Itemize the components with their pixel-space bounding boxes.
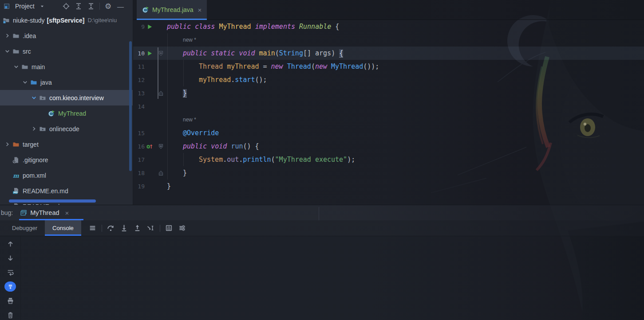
expand-all-icon[interactable] bbox=[73, 1, 84, 12]
code-line-14: 14 bbox=[133, 100, 644, 113]
tab-console[interactable]: Console bbox=[45, 220, 81, 236]
filter-icon[interactable] bbox=[176, 222, 189, 234]
editor-tab-mythread-java[interactable]: MyThread.java × bbox=[137, 0, 207, 20]
code-text: public void run() { bbox=[167, 142, 259, 150]
code-line-15: 15@Override bbox=[133, 126, 644, 140]
run-line-icon[interactable] bbox=[145, 51, 154, 56]
folder-icon bbox=[12, 47, 20, 55]
locate-icon[interactable] bbox=[60, 1, 72, 12]
console-output[interactable] bbox=[21, 236, 644, 320]
overriding-method-icon[interactable] bbox=[145, 143, 154, 150]
project-root-badge: [sftpService] bbox=[47, 17, 85, 24]
project-horizontal-scrollbar[interactable] bbox=[9, 199, 96, 203]
tree-item-target[interactable]: target bbox=[0, 137, 133, 152]
inlay-hint: new * bbox=[183, 117, 196, 123]
line-number: 17 bbox=[133, 156, 145, 163]
clear-icon[interactable] bbox=[4, 310, 16, 320]
folder-excluded-icon bbox=[12, 140, 20, 148]
code-line-17: 17System.out.println("MyThread execute")… bbox=[133, 153, 644, 166]
tree-item-gitignore[interactable]: .gitignore bbox=[0, 152, 133, 168]
fold-marker-icon[interactable] bbox=[154, 51, 167, 56]
tab-debugger[interactable]: Debugger bbox=[12, 220, 37, 236]
chevron-spacer bbox=[3, 156, 11, 164]
code-line-19: 19} bbox=[133, 180, 644, 193]
debug-header: bug: MyThread × bbox=[0, 205, 644, 220]
settings-icon[interactable]: ⚙ bbox=[103, 1, 114, 12]
project-view-title[interactable]: Project bbox=[15, 3, 35, 10]
arrow-down-icon[interactable] bbox=[4, 253, 16, 263]
line-number: 14 bbox=[133, 103, 145, 110]
more-icon[interactable] bbox=[87, 222, 99, 234]
tree-item-src[interactable]: src bbox=[0, 43, 133, 59]
fold-marker-icon[interactable] bbox=[154, 144, 167, 149]
tree-item-idea[interactable]: .idea bbox=[0, 28, 133, 43]
tree-item-com-kieoo-interview[interactable]: com.kieoo.interview bbox=[0, 90, 133, 105]
chevron-down-icon[interactable] bbox=[30, 94, 38, 102]
soft-wrap-icon[interactable] bbox=[4, 267, 16, 277]
tree-item-pom-xml[interactable]: mpom.xml bbox=[0, 168, 133, 183]
chevron-right-icon[interactable] bbox=[3, 32, 11, 40]
line-number: 13 bbox=[133, 90, 145, 97]
package-icon bbox=[39, 94, 46, 101]
close-icon[interactable]: × bbox=[198, 6, 202, 14]
markdown-icon: MD bbox=[12, 187, 20, 195]
tree-item-label: README.en.md bbox=[23, 187, 68, 195]
tree-item-onlinecode[interactable]: onlinecode bbox=[0, 121, 133, 137]
caret-down-icon[interactable] bbox=[36, 1, 48, 12]
run-to-cursor-icon[interactable] bbox=[145, 222, 157, 234]
code-line-13: 13} bbox=[133, 86, 644, 100]
tree-item-main[interactable]: main bbox=[0, 59, 133, 74]
tree-item-label: com.kieoo.interview bbox=[49, 94, 104, 101]
root-folder-icon bbox=[2, 16, 10, 24]
scroll-to-end-icon[interactable] bbox=[4, 281, 16, 292]
package-icon bbox=[39, 125, 46, 133]
debug-tool-window: bug: MyThread × Debugger Console bbox=[0, 205, 644, 320]
code-text: } bbox=[167, 89, 187, 97]
tree-item-label: src bbox=[23, 48, 31, 55]
fold-marker-icon[interactable] bbox=[154, 170, 167, 176]
chevron-spacer bbox=[3, 172, 11, 180]
chevron-down-icon[interactable] bbox=[12, 63, 20, 71]
code-text: myThread.start(); bbox=[167, 76, 267, 84]
project-vertical-scrollbar[interactable] bbox=[129, 41, 132, 171]
active-view-tab-underline bbox=[45, 234, 81, 236]
header-divider bbox=[319, 207, 319, 220]
project-tree: .ideasrcmainjavacom.kieoo.interviewMyThr… bbox=[0, 28, 133, 205]
svg-text:m: m bbox=[13, 172, 19, 179]
ignored-file-icon bbox=[12, 156, 20, 164]
code-line-11: 11Thread myThread = new Thread(new MyThr… bbox=[133, 60, 644, 73]
print-icon[interactable] bbox=[4, 296, 16, 306]
tree-root-niuke-study[interactable]: niuke-study [sftpService] D:\gitee\niu bbox=[0, 12, 133, 28]
chevron-right-icon[interactable] bbox=[30, 125, 38, 133]
code-line-16: 16public void run() { bbox=[133, 140, 644, 153]
project-window-icon bbox=[1, 1, 12, 12]
hide-icon[interactable]: — bbox=[115, 1, 126, 12]
evaluate-icon[interactable] bbox=[163, 222, 175, 234]
debug-tab-mythread[interactable]: MyThread × bbox=[20, 209, 69, 217]
fold-marker-icon[interactable] bbox=[154, 90, 167, 96]
step-over-icon[interactable] bbox=[105, 222, 117, 234]
chevron-down-icon[interactable] bbox=[3, 47, 11, 55]
code-editor[interactable]: 9public class MyThread implements Runnab… bbox=[133, 20, 644, 205]
run-line-icon[interactable] bbox=[145, 24, 154, 30]
code-line-18: 18} bbox=[133, 166, 644, 180]
arrow-up-icon[interactable] bbox=[4, 239, 16, 249]
line-number: 15 bbox=[133, 130, 145, 137]
code-text: public class MyThread implements Runnabl… bbox=[167, 23, 339, 31]
tree-item-readme-en-md[interactable]: MDREADME.en.md bbox=[0, 183, 133, 199]
step-out-icon[interactable] bbox=[131, 222, 144, 234]
project-panel-header: Project ⚙— bbox=[0, 0, 133, 12]
collapse-all-icon[interactable] bbox=[85, 1, 97, 12]
chevron-down-icon[interactable] bbox=[21, 78, 29, 86]
folder-icon bbox=[21, 63, 28, 70]
active-tab-underline bbox=[137, 19, 207, 20]
tree-item-mythread[interactable]: MyThread bbox=[0, 105, 133, 121]
code-text: new * bbox=[167, 37, 196, 43]
code-area: 9public class MyThread implements Runnab… bbox=[133, 20, 644, 193]
chevron-right-icon[interactable] bbox=[3, 140, 11, 148]
tree-item-label: onlinecode bbox=[49, 125, 79, 133]
tree-item-java[interactable]: java bbox=[0, 74, 133, 90]
close-icon[interactable]: × bbox=[65, 209, 69, 217]
step-into-icon[interactable] bbox=[118, 222, 130, 234]
line-number: 12 bbox=[133, 77, 145, 83]
